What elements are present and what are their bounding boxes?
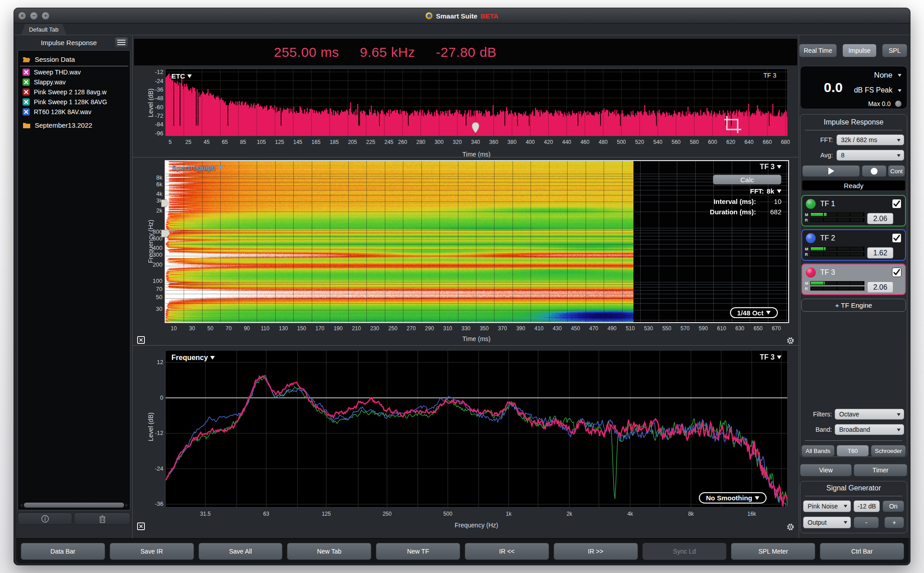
continuous-button[interactable]: Cont bbox=[888, 165, 905, 177]
tick-label: 520 bbox=[635, 139, 644, 145]
frequency-type-dropdown[interactable]: Frequency bbox=[171, 354, 215, 362]
tf3-delay-value[interactable]: 2.06 bbox=[867, 282, 893, 293]
scroll-right-icon[interactable] bbox=[125, 503, 128, 508]
new-tab-button[interactable]: New Tab bbox=[287, 543, 371, 560]
sidebar-menu-button[interactable] bbox=[115, 37, 128, 47]
tf2-track-button[interactable] bbox=[896, 250, 903, 256]
tf3-visible-checkbox[interactable] bbox=[892, 268, 901, 277]
band-dropdown[interactable]: Broadband bbox=[835, 424, 904, 435]
tf2-color-ball[interactable] bbox=[806, 233, 816, 243]
interval-value[interactable]: 10 bbox=[758, 198, 781, 205]
ctrl-bar-button[interactable]: Ctrl Bar bbox=[820, 543, 904, 560]
spectrograph-trace-dropdown[interactable]: TF 3 bbox=[710, 163, 781, 171]
settings-gear-icon[interactable] bbox=[786, 522, 795, 531]
all-bands-button[interactable]: All Bands bbox=[801, 445, 835, 457]
save-ir-button[interactable]: Save IR bbox=[110, 543, 194, 560]
meter-unit-dropdown[interactable]: dB FS Peak bbox=[854, 86, 892, 94]
meter-source-dropdown[interactable]: None bbox=[874, 71, 892, 80]
calc-button[interactable]: Calc bbox=[713, 175, 781, 185]
file-item[interactable]: Slappy.wav bbox=[18, 77, 130, 87]
tf1-visible-checkbox[interactable] bbox=[892, 199, 901, 208]
timer-button[interactable]: Timer bbox=[854, 464, 907, 476]
tick-label: 130 bbox=[279, 325, 288, 332]
tick-label: 310 bbox=[443, 325, 452, 332]
info-icon bbox=[41, 515, 49, 523]
file-item[interactable]: Sweep THD.wav bbox=[18, 67, 130, 77]
close-plot-button[interactable] bbox=[137, 522, 145, 530]
tf3-engine-row[interactable]: TF 3 M R 2.06 bbox=[801, 263, 906, 295]
new-tf-button[interactable]: New TF bbox=[376, 543, 460, 560]
tf2-delay-value[interactable]: 1.62 bbox=[867, 247, 893, 259]
sync-ld-button[interactable]: Sync Ld bbox=[642, 543, 727, 560]
date-folder[interactable]: September13.2022 bbox=[18, 119, 130, 131]
file-delete-button[interactable] bbox=[74, 513, 130, 525]
file-info-button[interactable] bbox=[18, 513, 72, 525]
tab-default[interactable]: Default Tab bbox=[21, 24, 66, 35]
fft-dropdown[interactable]: 32k / 682 ms bbox=[836, 134, 904, 145]
schroeder-button[interactable]: Schroeder bbox=[871, 445, 906, 457]
generator-output-dropdown[interactable]: Output bbox=[803, 517, 851, 528]
tick-label: 270 bbox=[407, 325, 416, 332]
ir-back-button[interactable]: IR << bbox=[465, 543, 549, 560]
tf2-engine-row[interactable]: TF 2 M R 1.62 bbox=[801, 229, 906, 261]
spl-meter-button[interactable]: SPL Meter bbox=[731, 543, 815, 560]
tick-label: 1k bbox=[506, 511, 512, 517]
horizontal-scrollbar[interactable] bbox=[20, 502, 128, 508]
mode-real-time-button[interactable]: Real Time bbox=[799, 44, 837, 57]
ir-forward-button[interactable]: IR >> bbox=[554, 543, 638, 560]
tf1-engine-row[interactable]: TF 1 M R 2.06 bbox=[801, 195, 906, 226]
spectrograph-fft-dropdown[interactable]: FFT: 8k bbox=[710, 187, 781, 195]
play-button[interactable] bbox=[802, 165, 860, 177]
avg-dropdown[interactable]: 8 bbox=[836, 150, 904, 161]
view-button[interactable]: View bbox=[800, 464, 852, 476]
titlebar: × − + Smaart Suite BETA bbox=[14, 8, 910, 23]
tick-label: -24 bbox=[143, 465, 163, 472]
spectrograph-plot[interactable] bbox=[165, 160, 789, 323]
close-plot-button[interactable] bbox=[137, 336, 145, 344]
duration-value[interactable]: 682 bbox=[758, 208, 781, 216]
tf2-visible-checkbox[interactable] bbox=[892, 233, 901, 243]
file-item[interactable]: Pink Sweep 1 128K 8AVG bbox=[18, 97, 130, 107]
dropdown-arrow-icon bbox=[210, 356, 215, 360]
mode-spl-button[interactable]: SPL bbox=[882, 44, 907, 57]
tf1-track-button[interactable] bbox=[896, 215, 903, 222]
tf3-track-button[interactable] bbox=[896, 284, 903, 291]
scrollbar-thumb[interactable] bbox=[24, 503, 124, 508]
add-tf-engine-button[interactable]: + TF Engine bbox=[801, 299, 906, 312]
frequency-plot[interactable] bbox=[166, 351, 787, 507]
settings-gear-icon[interactable] bbox=[786, 336, 795, 345]
tick-label: 63 bbox=[263, 511, 269, 517]
tick-label: 25 bbox=[185, 139, 191, 145]
etc-type-dropdown[interactable]: ETC bbox=[171, 72, 192, 80]
scroll-left-icon[interactable] bbox=[20, 503, 23, 508]
tf3-color-ball[interactable] bbox=[806, 268, 816, 277]
frequency-trace-dropdown[interactable]: TF 3 bbox=[760, 353, 781, 361]
smoothing-dropdown[interactable]: No Smoothing bbox=[699, 492, 767, 504]
file-item[interactable]: RT60 128K 8AV.wav bbox=[18, 107, 130, 117]
tf1-color-ball[interactable] bbox=[806, 199, 816, 209]
etc-plot[interactable] bbox=[166, 69, 787, 136]
generator-level-value[interactable]: -12 dB bbox=[854, 500, 880, 512]
t60-button[interactable]: T60 bbox=[836, 445, 869, 457]
data-bar-button[interactable]: Data Bar bbox=[21, 543, 105, 560]
tab-bar: Default Tab bbox=[14, 23, 910, 35]
signal-type-dropdown[interactable]: Pink Noise bbox=[803, 500, 851, 512]
mode-impulse-button[interactable]: Impulse bbox=[842, 44, 877, 57]
readout-time: 255.00 ms bbox=[274, 45, 339, 60]
generator-level-up-button[interactable]: + bbox=[884, 517, 904, 528]
filters-dropdown[interactable]: Octave bbox=[835, 409, 904, 420]
tf1-delay-value[interactable]: 2.06 bbox=[867, 213, 893, 224]
meter-peak-reset-button[interactable] bbox=[895, 101, 901, 107]
tick-label: 125 bbox=[275, 139, 284, 145]
octave-resolution-dropdown[interactable]: 1/48 Oct bbox=[730, 307, 778, 318]
generator-on-button[interactable]: On bbox=[882, 500, 904, 512]
generator-level-down-button[interactable]: - bbox=[854, 517, 879, 528]
save-all-button[interactable]: Save All bbox=[199, 543, 283, 560]
session-data-folder[interactable]: Session Data bbox=[18, 53, 130, 65]
tick-label: 12 bbox=[143, 359, 163, 365]
etc-trace-label[interactable]: TF 3 bbox=[763, 72, 776, 79]
spectrograph-type-dropdown[interactable]: Spectrograph bbox=[172, 164, 223, 171]
file-item[interactable]: Pink Sweep 2 128 8avg.w bbox=[18, 87, 130, 97]
record-button[interactable] bbox=[862, 165, 887, 177]
tf3-m-meter bbox=[810, 281, 864, 285]
